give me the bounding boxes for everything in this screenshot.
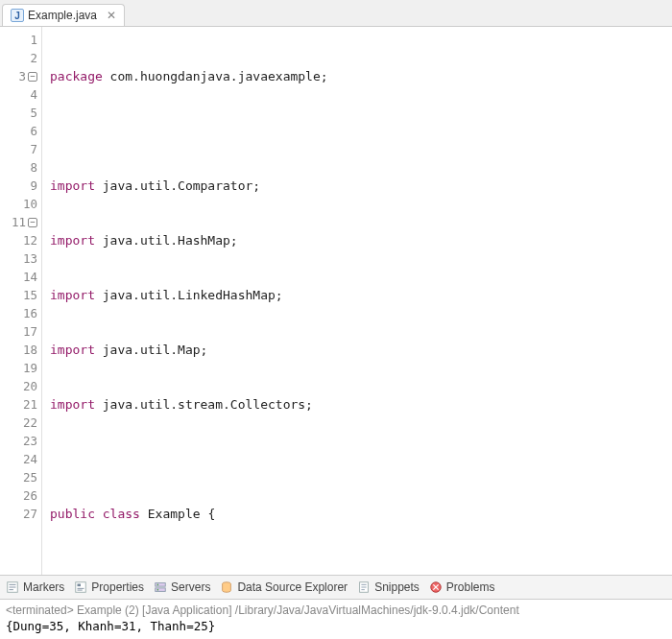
- views-bar: Markers Properties Servers Data Source E…: [0, 575, 672, 600]
- svg-rect-4: [78, 590, 83, 591]
- properties-icon: [74, 580, 87, 594]
- line-gutter: 1 2 3− 4 5 6 7 8 9 10 11− 12 13 14 15 16…: [0, 27, 42, 575]
- view-snippets[interactable]: Snippets: [357, 580, 420, 594]
- view-properties[interactable]: Properties: [74, 580, 144, 594]
- view-problems[interactable]: Problems: [429, 580, 495, 594]
- problems-icon: [429, 580, 443, 594]
- svg-rect-3: [78, 588, 84, 589]
- database-icon: [220, 580, 233, 594]
- svg-rect-6: [156, 588, 166, 592]
- view-servers[interactable]: Servers: [154, 580, 210, 594]
- tab-filename: Example.java: [28, 9, 97, 22]
- servers-icon: [154, 580, 167, 594]
- code-editor[interactable]: 1 2 3− 4 5 6 7 8 9 10 11− 12 13 14 15 16…: [0, 27, 672, 575]
- java-file-icon: J: [11, 9, 24, 22]
- svg-rect-2: [78, 584, 82, 587]
- code-area[interactable]: package com.huongdanjava.javaexample; im…: [42, 27, 672, 575]
- console-panel: <terminated> Example (2) [Java Applicati…: [0, 600, 672, 639]
- svg-rect-5: [156, 583, 166, 587]
- editor-tab[interactable]: J Example.java ✕: [2, 4, 125, 26]
- svg-point-7: [157, 584, 159, 586]
- tab-bar: J Example.java ✕: [0, 0, 672, 27]
- view-markers[interactable]: Markers: [6, 580, 64, 594]
- fold-icon[interactable]: −: [28, 218, 37, 227]
- snippets-icon: [357, 580, 371, 594]
- markers-icon: [6, 580, 19, 594]
- close-icon[interactable]: ✕: [107, 9, 116, 22]
- svg-rect-1: [76, 582, 86, 593]
- console-output: {Dung=35, Khanh=31, Thanh=25}: [6, 619, 666, 633]
- view-data-source-explorer[interactable]: Data Source Explorer: [220, 580, 348, 594]
- svg-point-8: [157, 589, 159, 591]
- fold-icon[interactable]: −: [28, 72, 37, 82]
- console-status: <terminated> Example (2) [Java Applicati…: [6, 604, 666, 617]
